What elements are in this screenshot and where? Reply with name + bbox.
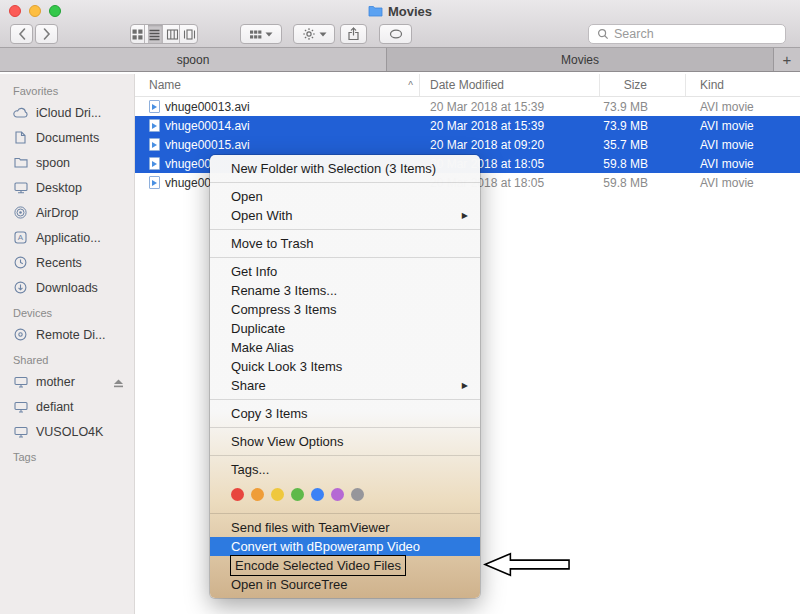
menu-item-open-in-sourcetree[interactable]: Open in SourceTree — [210, 575, 480, 594]
column-header-label: Date Modified — [430, 78, 504, 92]
column-header-kind[interactable]: Kind — [686, 74, 800, 96]
menu-item-label: Open With — [231, 206, 292, 225]
sidebar-item-mother[interactable]: mother — [0, 369, 134, 394]
sidebar-item-applications[interactable]: A Applicatio... — [0, 225, 134, 250]
file-kind: AVI movie — [686, 119, 800, 133]
file-row[interactable]: vhuge00014.avi 20 Mar 2018 at 15:39 73.9… — [135, 116, 800, 135]
file-row[interactable]: vhuge00015.avi 20 Mar 2018 at 09:20 35.7… — [135, 135, 800, 154]
tag-color-gray[interactable] — [351, 488, 364, 501]
menu-item-tags[interactable]: Tags... — [210, 460, 480, 479]
submenu-arrow-icon: ▶ — [462, 376, 468, 395]
sidebar-section-shared: Shared — [0, 347, 134, 369]
menu-item-label: Copy 3 Items — [231, 404, 308, 423]
sidebar-item-documents[interactable]: Documents — [0, 125, 134, 150]
share-button[interactable] — [340, 24, 367, 44]
sidebar-item-spoon[interactable]: spoon — [0, 150, 134, 175]
tag-color-green[interactable] — [291, 488, 304, 501]
sidebar-item-recents[interactable]: Recents — [0, 250, 134, 275]
menu-item-send-files-teamviewer[interactable]: Send files with TeamViewer — [210, 518, 480, 537]
menu-item-new-folder-with-selection[interactable]: New Folder with Selection (3 Items) — [210, 159, 480, 178]
sidebar-item-defiant[interactable]: defiant — [0, 394, 134, 419]
tab-movies[interactable]: Movies — [387, 48, 774, 71]
sidebar-item-downloads[interactable]: Downloads — [0, 275, 134, 300]
annotation-arrow — [483, 551, 571, 578]
sidebar-item-vusolo4k[interactable]: VUSOLO4K — [0, 419, 134, 444]
sidebar-item-label: iCloud Dri... — [36, 106, 101, 120]
menu-item-label: Send files with TeamViewer — [231, 518, 390, 537]
avi-file-icon — [149, 176, 160, 189]
tag-color-purple[interactable] — [331, 488, 344, 501]
list-view-button[interactable] — [148, 25, 162, 43]
icloud-drive-icon — [12, 107, 29, 118]
tag-color-yellow[interactable] — [271, 488, 284, 501]
file-name: vhuge00 — [165, 157, 211, 171]
menu-separator — [210, 455, 480, 456]
column-view-button[interactable] — [166, 25, 180, 43]
coverflow-view-button[interactable] — [183, 25, 197, 43]
arrange-button[interactable] — [240, 24, 282, 44]
avi-file-icon — [149, 138, 160, 151]
menu-item-open[interactable]: Open — [210, 187, 480, 206]
tag-color-red[interactable] — [231, 488, 244, 501]
file-size: 73.9 MB — [600, 100, 686, 114]
menu-separator — [210, 182, 480, 183]
sidebar-item-label: defiant — [36, 400, 74, 414]
menu-item-share[interactable]: Share▶ — [210, 376, 480, 395]
column-header-date-modified[interactable]: Date Modified — [420, 74, 600, 96]
forward-button[interactable] — [35, 24, 58, 44]
menu-item-duplicate[interactable]: Duplicate — [210, 319, 480, 338]
menu-item-show-view-options[interactable]: Show View Options — [210, 432, 480, 451]
file-name: vhuge00 — [165, 176, 211, 190]
action-menu-button[interactable] — [293, 24, 335, 44]
menu-item-copy[interactable]: Copy 3 Items — [210, 404, 480, 423]
sidebar-item-label: mother — [36, 375, 75, 389]
list-view-icon — [148, 28, 161, 41]
menu-item-convert-dbpoweramp[interactable]: Convert with dBpoweramp Video — [210, 537, 480, 556]
chevron-right-icon — [42, 27, 52, 41]
column-header-size[interactable]: Size — [600, 74, 686, 96]
file-kind: AVI movie — [686, 100, 800, 114]
menu-item-rename[interactable]: Rename 3 Items... — [210, 281, 480, 300]
chevron-down-icon — [319, 32, 327, 37]
menu-item-move-to-trash[interactable]: Move to Trash — [210, 234, 480, 253]
menu-item-label: Share — [231, 376, 266, 395]
movies-folder-icon — [368, 5, 383, 17]
eject-icon[interactable] — [113, 377, 124, 391]
tag-icon — [389, 29, 403, 39]
network-display-icon — [12, 426, 29, 438]
tag-button[interactable] — [379, 24, 412, 44]
folder-icon — [12, 157, 29, 168]
file-kind: AVI movie — [686, 157, 800, 171]
titlebar[interactable]: Movies — [0, 0, 800, 22]
sidebar-item-remote-disc[interactable]: Remote Di... — [0, 322, 134, 347]
tag-color-blue[interactable] — [311, 488, 324, 501]
plus-icon: + — [783, 51, 792, 68]
menu-item-compress[interactable]: Compress 3 Items — [210, 300, 480, 319]
back-button[interactable] — [10, 24, 33, 44]
search-field[interactable]: Search — [588, 24, 786, 44]
menu-item-make-alias[interactable]: Make Alias — [210, 338, 480, 357]
new-tab-button[interactable]: + — [774, 48, 800, 71]
tab-spoon[interactable]: spoon — [0, 48, 387, 71]
sidebar-section-favorites: Favorites — [0, 78, 134, 100]
menu-item-get-info[interactable]: Get Info — [210, 262, 480, 281]
menu-item-label: New Folder with Selection (3 Items) — [231, 159, 436, 178]
sidebar-item-label: VUSOLO4K — [36, 425, 103, 439]
sidebar-item-desktop[interactable]: Desktop — [0, 175, 134, 200]
icon-view-button[interactable] — [131, 25, 145, 43]
documents-icon — [12, 131, 29, 144]
applications-icon: A — [12, 231, 29, 244]
tag-color-orange[interactable] — [251, 488, 264, 501]
menu-item-encode-selected-video-files[interactable]: Encode Selected Video Files — [210, 556, 480, 575]
menu-item-quick-look[interactable]: Quick Look 3 Items — [210, 357, 480, 376]
context-menu: New Folder with Selection (3 Items) Open… — [210, 155, 480, 598]
column-headers: Name ^ Date Modified Size Kind — [135, 74, 800, 97]
menu-item-label: Open — [231, 187, 263, 206]
sidebar-item-icloud-drive[interactable]: iCloud Dri... — [0, 100, 134, 125]
sidebar-item-airdrop[interactable]: AirDrop — [0, 200, 134, 225]
chevron-left-icon — [17, 27, 27, 41]
file-row[interactable]: vhuge00013.avi 20 Mar 2018 at 15:39 73.9… — [135, 97, 800, 116]
menu-item-open-with[interactable]: Open With▶ — [210, 206, 480, 225]
column-header-name[interactable]: Name ^ — [135, 74, 420, 96]
file-size: 73.9 MB — [600, 119, 686, 133]
